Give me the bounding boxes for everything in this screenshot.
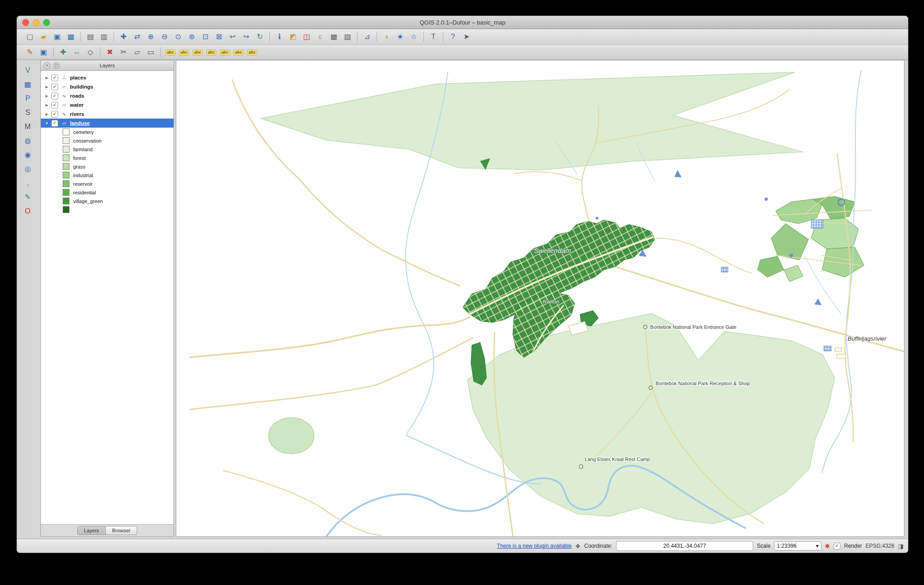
- legend-swatch: [63, 198, 70, 204]
- refresh-map-button[interactable]: ↻: [253, 31, 267, 43]
- layer-visibility-checkbox[interactable]: ✓: [51, 93, 58, 99]
- add-wms-layer-button[interactable]: ◍: [21, 135, 35, 147]
- layer-visibility-checkbox[interactable]: ✓: [51, 84, 58, 90]
- deselect-features-button[interactable]: ◫: [300, 31, 313, 43]
- title-bar[interactable]: QGIS 2.0.1–Dufour – basic_map: [17, 16, 908, 29]
- map-tips-button[interactable]: ◖: [380, 31, 393, 43]
- zoom-next-button[interactable]: ↪: [239, 31, 253, 43]
- layer-visibility-checkbox[interactable]: ✓: [51, 120, 58, 127]
- save-layer-edits-button[interactable]: ▣: [37, 46, 50, 58]
- rotate-label-button[interactable]: abc: [232, 46, 245, 58]
- layer-item-water[interactable]: ▶✓▱water: [41, 100, 174, 109]
- identify-features-button[interactable]: ℹ: [273, 31, 286, 43]
- zoom-full-extent-button[interactable]: ⊛: [185, 31, 199, 43]
- expand-arrow-icon[interactable]: ▶: [45, 76, 49, 80]
- save-project-button[interactable]: ▣: [50, 31, 64, 43]
- layer-type-icon: ∿: [60, 93, 68, 99]
- layer-item-rivers[interactable]: ▶✓∿rivers: [41, 109, 174, 119]
- add-vector-layer-button[interactable]: V: [21, 64, 35, 76]
- composer-manager-button[interactable]: ▥: [97, 31, 111, 43]
- legend-label: residential: [73, 190, 96, 195]
- layer-item-buildings[interactable]: ▶✓▱buildings: [41, 82, 174, 91]
- new-project-button[interactable]: ▢: [23, 31, 37, 43]
- whats-this-button[interactable]: ➤: [460, 31, 473, 43]
- layer-item-roads[interactable]: ▶✓∿roads: [41, 91, 174, 100]
- new-print-composer-button[interactable]: ▤: [84, 31, 97, 43]
- minimize-window-button[interactable]: [33, 19, 40, 26]
- text-annotation-button[interactable]: T: [427, 31, 440, 43]
- map-canvas[interactable]: Swellendam Railton Bontebok National Par…: [176, 60, 904, 537]
- close-window-button[interactable]: [22, 19, 29, 26]
- zoom-last-button[interactable]: ↩: [226, 31, 239, 43]
- layer-visibility-checkbox[interactable]: ✓: [51, 102, 58, 109]
- zoom-to-selection-button[interactable]: ⊠: [212, 31, 226, 43]
- change-label-button[interactable]: abc: [177, 46, 191, 58]
- new-bookmark-button[interactable]: ★: [393, 31, 407, 43]
- add-raster-layer-button[interactable]: ▦: [21, 79, 35, 90]
- expand-arrow-icon[interactable]: ▶: [45, 112, 49, 116]
- layer-type-icon: ∴: [60, 75, 68, 81]
- add-wcs-layer-button[interactable]: ◉: [21, 149, 35, 161]
- add-spatialite-layer-button[interactable]: S: [21, 107, 35, 119]
- add-oracle-layer-button[interactable]: O: [21, 205, 35, 217]
- expand-arrow-icon[interactable]: ▶: [45, 103, 49, 107]
- toggle-editing-button[interactable]: ✎: [23, 46, 37, 58]
- layer-visibility-checkbox[interactable]: ✓: [51, 111, 58, 118]
- show-bookmarks-button[interactable]: ☆: [407, 31, 421, 43]
- collapse-arrow-icon[interactable]: ▼: [45, 121, 49, 125]
- map-tips-icon: ◖: [384, 33, 389, 40]
- move-label-button[interactable]: abc: [218, 46, 232, 58]
- paste-features-button[interactable]: ▭: [144, 46, 158, 58]
- select-features-button[interactable]: ◩: [286, 31, 300, 43]
- pan-to-selection-button[interactable]: ⇄: [130, 31, 144, 43]
- plugin-available-link[interactable]: There is a new plugin available: [497, 543, 572, 549]
- tab-browser[interactable]: Browser: [106, 526, 137, 535]
- coordinate-input[interactable]: [616, 541, 753, 551]
- add-delimited-text-layer-button[interactable]: ,: [21, 177, 35, 189]
- scale-combo[interactable]: 1:23396 ▾: [774, 541, 821, 550]
- plugin-icon[interactable]: ❖: [575, 543, 581, 550]
- labeling-options-button[interactable]: abc: [164, 46, 177, 58]
- zoom-actual-size-button[interactable]: ⊙: [171, 31, 185, 43]
- pin-labels-button[interactable]: abc: [191, 46, 204, 58]
- node-tool-button[interactable]: ◇: [84, 46, 97, 58]
- layer-visibility-checkbox[interactable]: ✓: [51, 74, 58, 81]
- cut-features-button[interactable]: ✂: [117, 46, 130, 58]
- render-checkbox[interactable]: ✓: [834, 543, 840, 550]
- crs-status-icon[interactable]: ◨: [898, 543, 904, 550]
- measure-line-button[interactable]: ⊿: [360, 31, 374, 43]
- delete-selected-button[interactable]: ✖: [103, 46, 117, 58]
- stop-render-icon[interactable]: ✱: [825, 543, 830, 550]
- tab-layers[interactable]: Layers: [77, 526, 106, 535]
- move-feature-button[interactable]: ⇔: [70, 46, 84, 58]
- expand-arrow-icon[interactable]: ▶: [45, 94, 49, 98]
- layer-item-landuse[interactable]: ▼✓▱landuse: [41, 119, 174, 128]
- zoom-window-button[interactable]: [43, 19, 50, 26]
- highlight-pinned-labels-button[interactable]: abc: [204, 46, 218, 58]
- add-postgis-layer-button[interactable]: P: [21, 93, 35, 104]
- new-shapefile-layer-button[interactable]: ✎: [21, 191, 35, 203]
- zoom-out-button[interactable]: ⊖: [158, 31, 171, 43]
- save-project-as-button[interactable]: ▩: [64, 31, 78, 43]
- field-calculator-button[interactable]: ▧: [341, 31, 354, 43]
- pan-map-button[interactable]: ✚: [117, 31, 130, 43]
- zoom-in-icon: ⊕: [148, 33, 154, 40]
- zoom-to-layer-button[interactable]: ⊡: [199, 31, 212, 43]
- add-mssql-layer-button[interactable]: M: [21, 121, 35, 133]
- legend-label: farmland: [73, 147, 93, 152]
- add-wfs-layer-button[interactable]: ◎: [21, 163, 35, 175]
- layer-item-places[interactable]: ▶✓∴places: [41, 73, 174, 82]
- change-label-properties-button[interactable]: abc: [245, 46, 259, 58]
- open-project-button[interactable]: ▰: [37, 31, 50, 43]
- move-label-icon: abc: [220, 50, 230, 55]
- toggle-editing-icon: ✎: [27, 49, 33, 56]
- add-feature-button[interactable]: ✚: [56, 46, 70, 58]
- open-attribute-table-button[interactable]: ▦: [327, 31, 341, 43]
- help-contents-button[interactable]: ?: [446, 31, 460, 43]
- toolbar-separator: [443, 32, 443, 42]
- zoom-in-button[interactable]: ⊕: [144, 31, 158, 43]
- select-by-expression-button[interactable]: ε: [313, 31, 327, 43]
- copy-features-button[interactable]: ▱: [130, 46, 144, 58]
- legend-swatch: [63, 137, 70, 144]
- expand-arrow-icon[interactable]: ▶: [45, 85, 49, 89]
